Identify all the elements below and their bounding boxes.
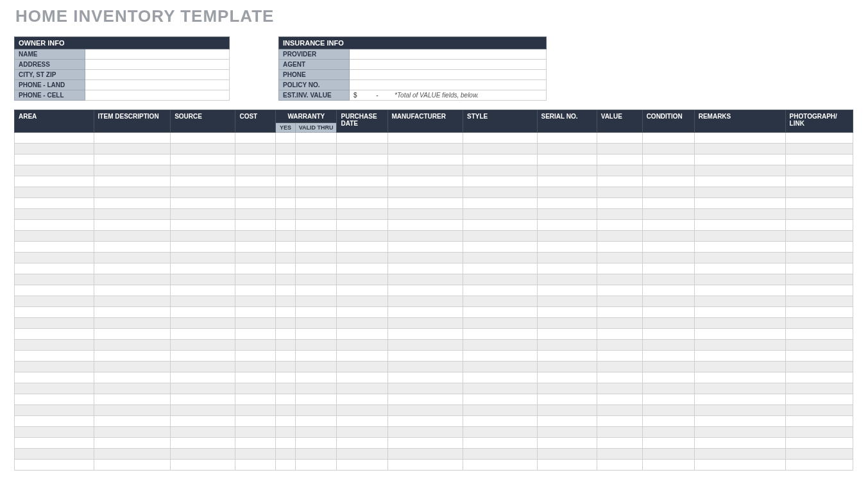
table-row[interactable]	[15, 296, 853, 307]
table-cell[interactable]	[15, 296, 94, 307]
table-row[interactable]	[15, 133, 853, 144]
table-cell[interactable]	[171, 438, 235, 449]
table-cell[interactable]	[295, 372, 337, 383]
table-cell[interactable]	[694, 405, 785, 416]
table-cell[interactable]	[94, 340, 171, 351]
table-cell[interactable]	[276, 144, 295, 154]
table-cell[interactable]	[387, 144, 463, 154]
table-cell[interactable]	[276, 220, 295, 231]
table-cell[interactable]	[337, 318, 387, 329]
table-cell[interactable]	[463, 405, 538, 416]
table-cell[interactable]	[537, 198, 597, 209]
table-cell[interactable]	[337, 274, 387, 285]
table-cell[interactable]	[463, 340, 538, 351]
table-cell[interactable]	[642, 329, 694, 340]
table-cell[interactable]	[785, 427, 853, 438]
table-cell[interactable]	[276, 405, 295, 416]
table-cell[interactable]	[171, 296, 235, 307]
table-cell[interactable]	[276, 165, 295, 176]
table-cell[interactable]	[537, 176, 597, 187]
table-cell[interactable]	[295, 154, 337, 165]
table-cell[interactable]	[387, 362, 463, 372]
table-cell[interactable]	[15, 144, 94, 154]
table-cell[interactable]	[295, 307, 337, 318]
table-cell[interactable]	[694, 362, 785, 372]
table-cell[interactable]	[694, 274, 785, 285]
table-cell[interactable]	[276, 383, 295, 394]
table-cell[interactable]	[785, 187, 853, 198]
table-row[interactable]	[15, 154, 853, 165]
table-row[interactable]	[15, 144, 853, 154]
table-cell[interactable]	[642, 220, 694, 231]
table-cell[interactable]	[463, 351, 538, 362]
table-cell[interactable]	[387, 372, 463, 383]
table-cell[interactable]	[785, 165, 853, 176]
table-cell[interactable]	[642, 405, 694, 416]
table-cell[interactable]	[94, 165, 171, 176]
table-cell[interactable]	[694, 449, 785, 460]
table-cell[interactable]	[387, 329, 463, 340]
table-cell[interactable]	[387, 242, 463, 253]
table-cell[interactable]	[235, 296, 276, 307]
table-cell[interactable]	[295, 133, 337, 144]
table-row[interactable]	[15, 329, 853, 340]
table-cell[interactable]	[642, 362, 694, 372]
table-cell[interactable]	[235, 394, 276, 405]
table-cell[interactable]	[235, 460, 276, 471]
table-cell[interactable]	[337, 165, 387, 176]
table-cell[interactable]	[785, 242, 853, 253]
table-cell[interactable]	[463, 176, 538, 187]
table-cell[interactable]	[785, 329, 853, 340]
table-cell[interactable]	[785, 307, 853, 318]
table-cell[interactable]	[276, 209, 295, 220]
table-cell[interactable]	[171, 340, 235, 351]
table-cell[interactable]	[235, 242, 276, 253]
table-cell[interactable]	[537, 318, 597, 329]
table-cell[interactable]	[15, 176, 94, 187]
table-cell[interactable]	[171, 449, 235, 460]
table-cell[interactable]	[463, 449, 538, 460]
table-cell[interactable]	[94, 438, 171, 449]
table-cell[interactable]	[642, 460, 694, 471]
table-cell[interactable]	[537, 263, 597, 274]
table-cell[interactable]	[15, 394, 94, 405]
table-cell[interactable]	[276, 154, 295, 165]
table-cell[interactable]	[337, 394, 387, 405]
table-cell[interactable]	[15, 253, 94, 263]
table-cell[interactable]	[785, 274, 853, 285]
table-cell[interactable]	[337, 438, 387, 449]
table-cell[interactable]	[15, 318, 94, 329]
table-cell[interactable]	[15, 198, 94, 209]
table-cell[interactable]	[15, 154, 94, 165]
table-cell[interactable]	[15, 231, 94, 242]
table-cell[interactable]	[295, 394, 337, 405]
table-cell[interactable]	[15, 383, 94, 394]
owner-city-field[interactable]	[85, 70, 230, 80]
table-cell[interactable]	[337, 460, 387, 471]
table-cell[interactable]	[597, 285, 642, 296]
table-cell[interactable]	[15, 460, 94, 471]
table-cell[interactable]	[387, 231, 463, 242]
table-cell[interactable]	[171, 198, 235, 209]
owner-phone-cell-field[interactable]	[85, 90, 230, 101]
table-cell[interactable]	[171, 307, 235, 318]
table-cell[interactable]	[694, 165, 785, 176]
table-cell[interactable]	[295, 285, 337, 296]
table-cell[interactable]	[463, 460, 538, 471]
table-cell[interactable]	[597, 144, 642, 154]
table-cell[interactable]	[295, 231, 337, 242]
table-cell[interactable]	[387, 340, 463, 351]
table-cell[interactable]	[15, 307, 94, 318]
table-cell[interactable]	[597, 329, 642, 340]
table-cell[interactable]	[642, 372, 694, 383]
table-cell[interactable]	[235, 209, 276, 220]
table-cell[interactable]	[642, 209, 694, 220]
table-cell[interactable]	[387, 318, 463, 329]
table-cell[interactable]	[337, 362, 387, 372]
table-cell[interactable]	[694, 231, 785, 242]
table-cell[interactable]	[337, 231, 387, 242]
table-cell[interactable]	[337, 187, 387, 198]
table-cell[interactable]	[15, 220, 94, 231]
table-cell[interactable]	[94, 394, 171, 405]
table-cell[interactable]	[463, 394, 538, 405]
